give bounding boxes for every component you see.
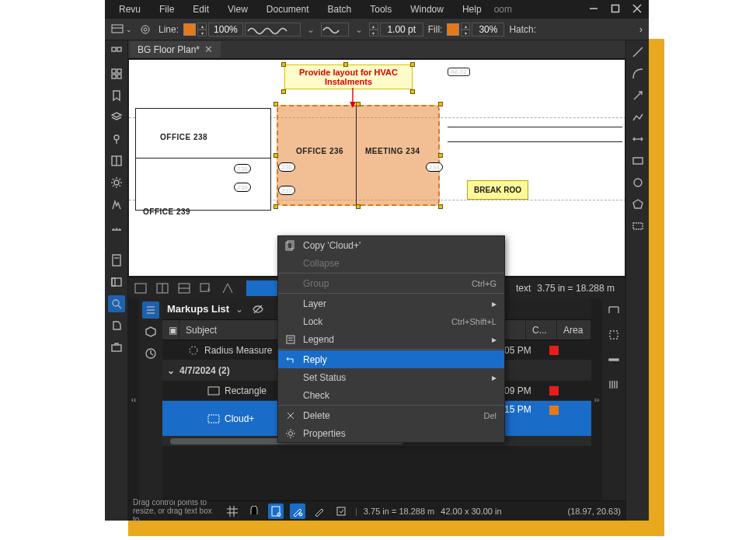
context-properties[interactable]: Properties [278, 424, 504, 442]
fill-color-swatch[interactable] [447, 23, 459, 36]
selection-handle[interactable] [281, 89, 286, 94]
zoom-value[interactable]: 100% [208, 23, 243, 37]
linewidth-spinner[interactable]: ▴▾ [369, 23, 378, 37]
polygon-tool-icon[interactable] [629, 196, 646, 213]
maximize-button[interactable] [610, 3, 621, 16]
menu-revu[interactable]: Revu [111, 2, 148, 16]
studio-icon[interactable] [108, 196, 125, 213]
spaces-icon[interactable] [108, 152, 125, 169]
polyline-tool-icon[interactable] [629, 109, 646, 126]
tally-icon[interactable] [605, 376, 622, 393]
context-copy[interactable]: Copy 'Cloud+' [278, 236, 504, 254]
reuse-icon[interactable] [312, 503, 327, 519]
menu-edit[interactable]: Edit [185, 2, 217, 16]
opacity-spinner[interactable]: ▴▾ [461, 23, 470, 37]
places-icon[interactable] [108, 131, 125, 148]
line-color-swatch[interactable] [183, 23, 196, 36]
split-vertical-icon[interactable] [155, 280, 170, 296]
area-column[interactable]: Area [557, 320, 591, 340]
context-layer[interactable]: Layer▸ [278, 294, 504, 312]
selection-handle[interactable] [438, 153, 443, 158]
context-check[interactable]: Check [278, 386, 504, 404]
cloud-tool-icon[interactable] [629, 218, 646, 235]
snap-icon[interactable] [246, 503, 262, 519]
expand-column[interactable]: ▣ [162, 320, 179, 340]
toolchest-icon[interactable] [108, 339, 125, 356]
selection-handle[interactable] [438, 204, 443, 209]
context-set-status[interactable]: Set Status▸ [278, 368, 504, 386]
search-icon[interactable] [108, 295, 125, 312]
measurements-icon[interactable] [108, 218, 125, 235]
line-tool-icon[interactable] [629, 44, 646, 61]
history-icon[interactable] [142, 345, 159, 362]
menu-window[interactable]: Window [402, 2, 451, 16]
line-end-chevron-icon[interactable]: ⌄ [350, 24, 368, 35]
thumbnails-icon[interactable] [108, 44, 125, 61]
opacity-value[interactable]: 30% [472, 23, 504, 37]
callout-box[interactable]: Provide layout for HVAC Instalments [284, 64, 413, 89]
snap-markup-icon[interactable] [290, 503, 305, 519]
sync-view-icon[interactable] [220, 280, 235, 296]
markups-dropdown-icon[interactable]: ⌄ [235, 304, 243, 315]
dimension-icon[interactable] [605, 351, 622, 368]
menu-file[interactable]: File [152, 2, 182, 16]
ellipse-tool-icon[interactable] [629, 174, 646, 191]
snap-content-icon[interactable] [268, 503, 284, 519]
arc-tool-icon[interactable] [629, 65, 646, 82]
markups-collapse-left[interactable]: ‹‹ [128, 298, 139, 500]
selection-handle[interactable] [343, 62, 348, 67]
selection-handle[interactable] [281, 62, 286, 67]
menu-help[interactable]: Help [455, 2, 489, 16]
bookmarks-icon[interactable] [108, 87, 125, 104]
menu-tools[interactable]: Tools [362, 2, 399, 16]
context-reply[interactable]: Reply [278, 350, 504, 368]
file-access-icon[interactable] [108, 252, 125, 269]
document-tab[interactable]: BG Floor Plan* ✕ [130, 41, 221, 57]
minimize-button[interactable] [588, 3, 599, 16]
cloud-markup[interactable] [277, 105, 440, 206]
zoom-spinner[interactable]: ▴▾ [197, 23, 207, 37]
new-view-icon[interactable]: + [198, 280, 214, 296]
selection-handle[interactable] [410, 89, 415, 94]
visibility-icon[interactable] [249, 301, 267, 318]
markups-list-icon[interactable] [142, 301, 159, 319]
selection-handle[interactable] [356, 204, 361, 209]
line-end-dropdown[interactable] [321, 23, 349, 37]
align-icon[interactable] [605, 301, 622, 319]
line-style-chevron-icon[interactable]: ⌄ [302, 24, 319, 35]
sets-icon[interactable] [108, 317, 125, 334]
close-button[interactable] [632, 3, 643, 16]
selection-handle[interactable] [273, 153, 278, 158]
split-horizontal-icon[interactable] [176, 280, 192, 296]
context-lock[interactable]: LockCtrl+Shift+L [278, 312, 504, 330]
markups-collapse-right[interactable]: ›› [591, 298, 602, 500]
settings-icon[interactable] [108, 174, 125, 191]
arrow-tool-icon[interactable] [629, 87, 646, 104]
dimension-tool-icon[interactable] [629, 131, 646, 148]
grid-toggle-icon[interactable] [225, 503, 240, 519]
context-delete[interactable]: DeleteDel [278, 406, 504, 424]
rectangle-tool-icon[interactable] [629, 152, 646, 169]
tab-close-icon[interactable]: ✕ [204, 44, 213, 55]
color-column[interactable]: C... [526, 320, 557, 340]
linewidth-value[interactable]: 1.00 pt [380, 23, 423, 37]
menu-batch[interactable]: Batch [320, 2, 360, 16]
layers-icon[interactable] [108, 109, 125, 126]
menu-view[interactable]: View [220, 2, 256, 16]
grid-icon[interactable] [108, 65, 125, 82]
selection-handle[interactable] [273, 102, 278, 106]
line-style-dropdown[interactable] [245, 23, 301, 37]
panel-icon[interactable] [108, 273, 125, 291]
sync-icon[interactable] [333, 503, 349, 519]
context-legend[interactable]: Legend▸ [278, 330, 504, 348]
selection-handle[interactable] [273, 204, 278, 209]
profile-dropdown[interactable]: ⌄ [108, 21, 135, 38]
toolbar-overflow-icon[interactable]: › [636, 21, 646, 38]
crop-icon[interactable] [605, 326, 622, 343]
selection-handle[interactable] [410, 62, 415, 67]
menu-document[interactable]: Document [259, 2, 317, 16]
color-target-icon[interactable] [137, 21, 154, 38]
selection-handle[interactable] [438, 102, 443, 106]
split-none-icon[interactable] [133, 280, 148, 296]
three-d-icon[interactable] [142, 323, 159, 340]
